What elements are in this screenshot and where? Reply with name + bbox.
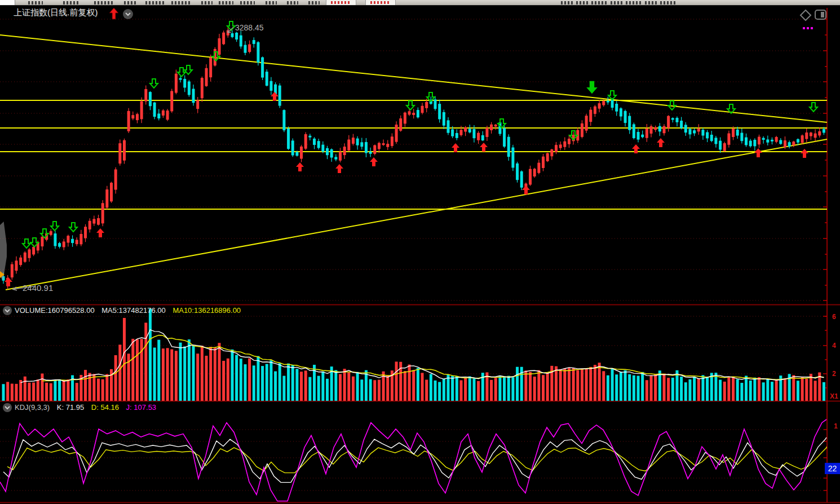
collapse-main-chevron-icon[interactable] xyxy=(123,9,133,19)
low-price-label: 2440.91 xyxy=(23,283,53,293)
peak-price-label: 3288.45 xyxy=(235,23,264,32)
kdj-d-value: D: 54.16 xyxy=(91,403,119,412)
chart-title: 上证指数(日线.前复权) xyxy=(14,7,98,18)
signal-arrows xyxy=(5,21,817,286)
axes xyxy=(0,8,840,503)
title-up-arrow-icon xyxy=(109,7,119,22)
sell-signal-arrow xyxy=(51,222,59,231)
buy-signal-arrow xyxy=(801,149,808,158)
sell-signal-arrow-solid xyxy=(586,81,598,94)
sell-signal-arrow xyxy=(178,68,185,77)
buy-signal-arrow xyxy=(5,277,12,286)
kdj-header: KDJ(9,3,3) K: 71.95 D: 54.16 J: 107.53 xyxy=(15,403,161,412)
trading-app-window: 上证指数(日线.前复权) 3288.45 2440.91 VOLUME:1607… xyxy=(0,0,840,504)
kdj-current-value-badge: 22 xyxy=(825,463,840,474)
panel-layout-icon[interactable] xyxy=(814,8,828,23)
sell-signal-arrow xyxy=(406,101,414,110)
sell-signal-arrow xyxy=(184,65,192,74)
kdj-j-value: J: 107.53 xyxy=(126,403,157,412)
trendline-start-marker xyxy=(0,271,5,278)
buy-signal-arrow xyxy=(522,185,530,194)
sell-signal-arrow xyxy=(23,239,30,248)
collapse-kdj-chevron-icon[interactable] xyxy=(3,403,12,412)
volume-ma10: MA10:136216896.00 xyxy=(173,306,241,315)
kdj-axis-label: 1 xyxy=(834,422,838,430)
volume-bars xyxy=(2,309,825,401)
buy-signal-arrow xyxy=(271,92,278,101)
buy-signal-arrow xyxy=(296,162,304,171)
volume-axis-label-6: 6 xyxy=(832,313,836,321)
trend-line[interactable] xyxy=(6,139,827,290)
volume-axis-unit: X1 xyxy=(830,392,838,400)
sell-signal-arrow xyxy=(810,103,817,112)
kdj-name: KDJ(9,3,3) xyxy=(15,403,50,412)
kdj-k-value: K: 71.95 xyxy=(57,403,84,412)
collapse-volume-chevron-icon[interactable] xyxy=(3,306,12,315)
volume-axis-label-2: 2 xyxy=(832,370,836,378)
chart-canvas xyxy=(0,0,840,504)
volume-axis-label-4: 4 xyxy=(832,342,836,350)
candlestick-series xyxy=(2,27,825,289)
volume-value: VOLUME:160796528.00 xyxy=(15,306,95,315)
buy-signal-arrow xyxy=(370,157,378,166)
buy-signal-arrow xyxy=(754,148,762,157)
volume-header: VOLUME:160796528.00 MA5:137482176.00 MA1… xyxy=(15,306,246,315)
volume-ma5: MA5:137482176.00 xyxy=(101,306,165,315)
overflow-dots-icon[interactable] xyxy=(803,21,815,32)
buy-signal-arrow xyxy=(480,143,488,152)
sell-signal-arrow xyxy=(150,79,158,88)
sell-signal-arrow xyxy=(69,223,77,232)
gridlines xyxy=(0,19,827,490)
buy-signal-arrow xyxy=(335,164,343,173)
buy-signal-arrow xyxy=(452,143,459,152)
buy-signal-arrow xyxy=(96,228,104,237)
buy-signal-arrow xyxy=(657,138,665,147)
kdj-lines xyxy=(0,419,826,501)
